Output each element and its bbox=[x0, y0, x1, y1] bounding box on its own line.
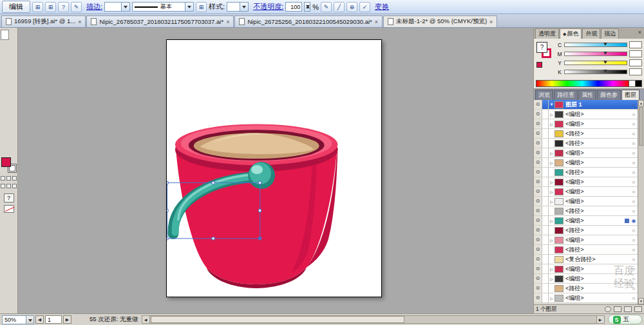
opacity-spinner[interactable] bbox=[304, 2, 310, 12]
visibility-eye-icon[interactable]: ⊙ bbox=[534, 226, 542, 235]
layer-row[interactable]: ⊙ ▷ <编组> ○ bbox=[534, 197, 638, 206]
visibility-eye-icon[interactable]: ⊙ bbox=[534, 216, 542, 225]
close-tab-icon[interactable]: × bbox=[78, 19, 81, 25]
none-button[interactable] bbox=[12, 176, 17, 181]
help-icon[interactable]: ? bbox=[58, 2, 69, 12]
scroll-up-icon[interactable]: ▲ bbox=[638, 100, 644, 106]
lock-cell[interactable] bbox=[542, 245, 549, 254]
blend-tool[interactable] bbox=[1, 123, 9, 133]
close-tab-icon[interactable]: × bbox=[226, 19, 229, 25]
grid-check-icon[interactable]: ✓ bbox=[359, 2, 370, 12]
scroll-thumb[interactable] bbox=[639, 107, 643, 146]
visibility-eye-icon[interactable]: ⊙ bbox=[534, 245, 542, 254]
expand-triangle-icon[interactable]: ▷ bbox=[549, 267, 554, 271]
scale-tool[interactable] bbox=[1, 81, 9, 92]
live-paint-selection-tool[interactable] bbox=[1, 133, 9, 143]
layer-row[interactable]: ⊙ <路径> ○ bbox=[534, 129, 638, 139]
lock-cell[interactable] bbox=[542, 129, 549, 138]
direct-selection-tool[interactable] bbox=[9, 30, 17, 40]
lock-cell[interactable] bbox=[542, 274, 549, 283]
visibility-eye-icon[interactable]: ⊙ bbox=[534, 177, 542, 186]
expand-triangle-icon[interactable]: ▷ bbox=[549, 238, 554, 242]
visibility-eye-icon[interactable]: ⊙ bbox=[534, 187, 542, 196]
lock-cell[interactable] bbox=[542, 110, 549, 119]
document-tab[interactable]: 未标题-1-2* @ 50% (CMYK/预览) × bbox=[383, 15, 497, 27]
lock-cell[interactable] bbox=[542, 148, 549, 157]
layer-row[interactable]: ⊙ ▷ <编组> ◉ bbox=[534, 216, 638, 226]
lock-cell[interactable] bbox=[542, 168, 549, 177]
edit-menu-button[interactable]: 编辑 bbox=[2, 1, 30, 13]
opacity-link[interactable]: 不透明度: bbox=[253, 2, 283, 12]
layer-row[interactable]: ⊙ ▷ <编组> ○ bbox=[534, 187, 638, 197]
fill-swatch[interactable] bbox=[1, 157, 11, 167]
layer-row[interactable]: ⊙ <路径> ○ bbox=[534, 206, 638, 216]
expand-triangle-icon[interactable]: ▷ bbox=[549, 219, 554, 223]
screen-mode-icon[interactable]: ⊞ bbox=[45, 2, 56, 12]
delete-layer-button[interactable] bbox=[634, 306, 642, 312]
prev-page-button[interactable]: ◀ bbox=[35, 315, 44, 324]
type-tool[interactable] bbox=[9, 50, 17, 61]
layer-row[interactable]: ⊙ ▷ <编组> ○ bbox=[534, 235, 638, 245]
layer-label[interactable]: <编组> bbox=[564, 236, 630, 244]
hand-tool[interactable] bbox=[1, 143, 9, 153]
channel-slider[interactable] bbox=[564, 70, 627, 74]
full-screen-menu-button[interactable] bbox=[6, 184, 11, 188]
lock-cell[interactable] bbox=[542, 187, 549, 196]
panel-tab[interactable]: 颜色参 bbox=[597, 90, 621, 100]
layer-label[interactable]: <路径> bbox=[564, 226, 630, 235]
target-circle-icon[interactable]: ○ bbox=[630, 276, 638, 282]
layer-row[interactable]: ⊙ <路径> ○ bbox=[534, 284, 638, 293]
layer-label[interactable]: <编组> bbox=[564, 197, 630, 206]
expand-triangle-icon[interactable]: ▷ bbox=[549, 161, 554, 165]
layer-row[interactable]: ⊙ ▷ <编组> ○ bbox=[534, 148, 638, 158]
globe-icon[interactable]: ⊕ bbox=[346, 2, 357, 12]
layer-row[interactable]: ⊙ <路径> ○ bbox=[534, 168, 638, 177]
layers-scrollbar[interactable]: ▲ ▼ bbox=[638, 100, 644, 304]
layer-label[interactable]: <路径> bbox=[564, 130, 630, 138]
target-circle-icon[interactable]: ○ bbox=[630, 228, 638, 233]
expand-triangle-icon[interactable]: ▷ bbox=[549, 296, 554, 300]
gradient-button[interactable] bbox=[6, 176, 11, 181]
new-sublayer-button[interactable] bbox=[614, 306, 621, 312]
zoom-select[interactable]: 50% bbox=[2, 315, 34, 324]
lock-cell[interactable] bbox=[542, 177, 549, 186]
pencil-tool[interactable] bbox=[1, 71, 9, 81]
target-circle-icon[interactable]: ○ bbox=[630, 199, 638, 204]
target-circle-icon[interactable]: ○ bbox=[630, 121, 638, 127]
style-select[interactable] bbox=[227, 2, 249, 12]
expand-triangle-icon[interactable]: ▷ bbox=[549, 199, 554, 204]
layer-label[interactable]: <编组> bbox=[564, 120, 630, 128]
lock-cell[interactable] bbox=[542, 100, 549, 109]
lock-cell[interactable] bbox=[542, 235, 549, 244]
visibility-eye-icon[interactable]: ⊙ bbox=[534, 168, 542, 177]
target-circle-icon[interactable]: ○ bbox=[630, 237, 638, 243]
target-circle-icon[interactable]: ○ bbox=[630, 286, 638, 291]
channel-slider[interactable] bbox=[564, 52, 627, 56]
visibility-eye-icon[interactable]: ⊙ bbox=[534, 206, 542, 215]
channel-value-input[interactable] bbox=[629, 41, 642, 48]
layer-label[interactable]: <路径> bbox=[564, 207, 630, 215]
ime-mode-label[interactable]: 五 bbox=[623, 315, 630, 324]
fill-stroke-swatches[interactable] bbox=[1, 157, 17, 173]
free-transform-tool[interactable] bbox=[1, 92, 9, 102]
zoom-tool[interactable] bbox=[9, 143, 17, 153]
layer-row[interactable]: ⊙ ▷ <编组> ○ bbox=[534, 264, 638, 274]
target-circle-icon[interactable]: ○ bbox=[630, 170, 638, 175]
target-circle-icon[interactable]: ○ bbox=[630, 131, 638, 137]
arrange-documents-icon[interactable]: ⊞ bbox=[32, 2, 43, 12]
lock-cell[interactable] bbox=[542, 158, 549, 167]
layer-label[interactable]: <编组> bbox=[564, 265, 630, 273]
make-clip-mask-button[interactable] bbox=[605, 306, 611, 312]
lock-cell[interactable] bbox=[542, 139, 549, 148]
white-swatch[interactable] bbox=[629, 80, 636, 87]
target-circle-icon[interactable]: ○ bbox=[630, 150, 638, 156]
expand-triangle-icon[interactable]: ▷ bbox=[549, 151, 554, 155]
gradient-tool[interactable] bbox=[1, 112, 9, 123]
visibility-eye-icon[interactable]: ⊙ bbox=[534, 129, 542, 138]
layer-label[interactable]: <编组> bbox=[564, 217, 625, 225]
panel-close-icon[interactable]: × bbox=[638, 29, 642, 35]
panel-tab[interactable]: 属性 bbox=[578, 90, 596, 100]
new-layer-button[interactable] bbox=[624, 306, 632, 312]
channel-slider[interactable] bbox=[564, 43, 627, 47]
visibility-eye-icon[interactable]: ⊙ bbox=[534, 255, 542, 264]
